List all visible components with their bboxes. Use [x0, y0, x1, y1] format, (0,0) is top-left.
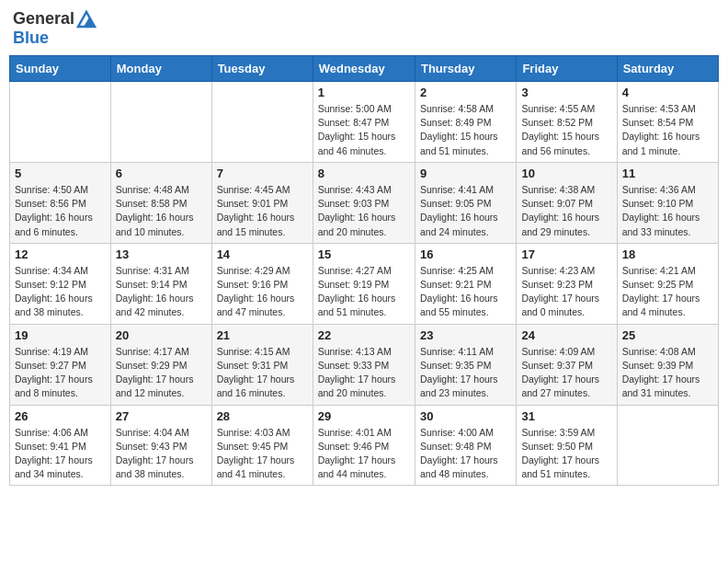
day-info: Sunrise: 4:11 AM Sunset: 9:35 PM Dayligh… — [420, 345, 511, 401]
day-info: Sunrise: 5:00 AM Sunset: 8:47 PM Dayligh… — [318, 102, 410, 158]
calendar-cell: 20Sunrise: 4:17 AM Sunset: 9:29 PM Dayli… — [110, 324, 211, 405]
day-info: Sunrise: 4:53 AM Sunset: 8:54 PM Dayligh… — [622, 102, 713, 158]
day-number: 6 — [116, 167, 207, 180]
day-of-week-header: Monday — [110, 56, 211, 82]
calendar-cell: 19Sunrise: 4:19 AM Sunset: 9:27 PM Dayli… — [10, 324, 111, 405]
day-info: Sunrise: 4:04 AM Sunset: 9:43 PM Dayligh… — [116, 426, 207, 482]
day-info: Sunrise: 4:48 AM Sunset: 8:58 PM Dayligh… — [116, 183, 207, 239]
day-number: 11 — [622, 167, 713, 180]
calendar-cell: 29Sunrise: 4:01 AM Sunset: 9:46 PM Dayli… — [313, 405, 415, 486]
day-number: 19 — [15, 328, 106, 342]
day-number: 25 — [622, 328, 713, 342]
day-number: 10 — [521, 167, 611, 180]
day-number: 4 — [622, 86, 713, 99]
day-of-week-header: Saturday — [617, 56, 718, 82]
calendar-cell: 30Sunrise: 4:00 AM Sunset: 9:48 PM Dayli… — [415, 405, 516, 486]
day-number: 17 — [521, 247, 611, 261]
calendar-cell: 25Sunrise: 4:08 AM Sunset: 9:39 PM Dayli… — [617, 324, 718, 405]
day-number: 16 — [420, 247, 511, 261]
page-header: General Blue — [9, 9, 719, 48]
day-number: 21 — [217, 328, 308, 342]
day-info: Sunrise: 4:00 AM Sunset: 9:48 PM Dayligh… — [420, 426, 511, 482]
calendar-cell: 22Sunrise: 4:13 AM Sunset: 9:33 PM Dayli… — [313, 324, 415, 405]
calendar-week-row: 5Sunrise: 4:50 AM Sunset: 8:56 PM Daylig… — [10, 162, 719, 243]
day-number: 26 — [15, 409, 106, 423]
calendar-cell: 9Sunrise: 4:41 AM Sunset: 9:05 PM Daylig… — [415, 162, 516, 243]
calendar-cell: 2Sunrise: 4:58 AM Sunset: 8:49 PM Daylig… — [415, 82, 516, 163]
day-info: Sunrise: 4:36 AM Sunset: 9:10 PM Dayligh… — [622, 183, 713, 239]
day-info: Sunrise: 4:06 AM Sunset: 9:41 PM Dayligh… — [15, 426, 106, 482]
day-info: Sunrise: 4:50 AM Sunset: 8:56 PM Dayligh… — [15, 183, 106, 239]
day-info: Sunrise: 4:08 AM Sunset: 9:39 PM Dayligh… — [622, 345, 713, 401]
calendar-cell: 5Sunrise: 4:50 AM Sunset: 8:56 PM Daylig… — [10, 162, 111, 243]
calendar-cell: 16Sunrise: 4:25 AM Sunset: 9:21 PM Dayli… — [415, 243, 516, 324]
day-of-week-header: Tuesday — [211, 56, 313, 82]
calendar-cell: 24Sunrise: 4:09 AM Sunset: 9:37 PM Dayli… — [517, 324, 617, 405]
day-info: Sunrise: 4:25 AM Sunset: 9:21 PM Dayligh… — [420, 264, 511, 320]
calendar-cell: 21Sunrise: 4:15 AM Sunset: 9:31 PM Dayli… — [211, 324, 313, 405]
calendar-cell: 13Sunrise: 4:31 AM Sunset: 9:14 PM Dayli… — [110, 243, 211, 324]
day-number: 15 — [318, 247, 410, 261]
calendar-cell: 18Sunrise: 4:21 AM Sunset: 9:25 PM Dayli… — [617, 243, 718, 324]
calendar-week-row: 12Sunrise: 4:34 AM Sunset: 9:12 PM Dayli… — [10, 243, 719, 324]
day-number: 3 — [521, 86, 611, 99]
calendar-cell — [211, 82, 313, 163]
calendar-week-row: 19Sunrise: 4:19 AM Sunset: 9:27 PM Dayli… — [10, 324, 719, 405]
day-info: Sunrise: 4:34 AM Sunset: 9:12 PM Dayligh… — [15, 264, 106, 320]
logo-general-text: General — [13, 9, 74, 29]
calendar-cell — [110, 82, 211, 163]
day-number: 28 — [217, 409, 308, 423]
day-number: 13 — [116, 247, 207, 261]
day-info: Sunrise: 4:13 AM Sunset: 9:33 PM Dayligh… — [318, 345, 410, 401]
calendar-cell — [617, 405, 718, 486]
day-number: 31 — [521, 409, 611, 423]
day-info: Sunrise: 4:03 AM Sunset: 9:45 PM Dayligh… — [217, 426, 308, 482]
calendar-cell — [10, 82, 111, 163]
logo-blue-text: Blue — [13, 29, 97, 48]
day-number: 23 — [420, 328, 511, 342]
calendar-cell: 12Sunrise: 4:34 AM Sunset: 9:12 PM Dayli… — [10, 243, 111, 324]
day-info: Sunrise: 4:38 AM Sunset: 9:07 PM Dayligh… — [521, 183, 611, 239]
day-number: 7 — [217, 167, 308, 180]
calendar-table: SundayMondayTuesdayWednesdayThursdayFrid… — [9, 55, 719, 486]
day-info: Sunrise: 4:45 AM Sunset: 9:01 PM Dayligh… — [217, 183, 308, 239]
calendar-cell: 31Sunrise: 3:59 AM Sunset: 9:50 PM Dayli… — [517, 405, 617, 486]
day-info: Sunrise: 4:55 AM Sunset: 8:52 PM Dayligh… — [521, 102, 611, 158]
day-info: Sunrise: 4:31 AM Sunset: 9:14 PM Dayligh… — [116, 264, 207, 320]
day-info: Sunrise: 4:17 AM Sunset: 9:29 PM Dayligh… — [116, 345, 207, 401]
day-info: Sunrise: 4:15 AM Sunset: 9:31 PM Dayligh… — [217, 345, 308, 401]
day-info: Sunrise: 4:43 AM Sunset: 9:03 PM Dayligh… — [318, 183, 410, 239]
calendar-cell: 7Sunrise: 4:45 AM Sunset: 9:01 PM Daylig… — [211, 162, 313, 243]
day-number: 20 — [116, 328, 207, 342]
day-info: Sunrise: 4:01 AM Sunset: 9:46 PM Dayligh… — [318, 426, 410, 482]
day-number: 5 — [15, 167, 106, 180]
calendar-cell: 4Sunrise: 4:53 AM Sunset: 8:54 PM Daylig… — [617, 82, 718, 163]
calendar-cell: 11Sunrise: 4:36 AM Sunset: 9:10 PM Dayli… — [617, 162, 718, 243]
calendar-cell: 14Sunrise: 4:29 AM Sunset: 9:16 PM Dayli… — [211, 243, 313, 324]
day-info: Sunrise: 4:29 AM Sunset: 9:16 PM Dayligh… — [217, 264, 308, 320]
calendar-header-row: SundayMondayTuesdayWednesdayThursdayFrid… — [10, 56, 719, 82]
day-of-week-header: Sunday — [10, 56, 111, 82]
day-of-week-header: Wednesday — [313, 56, 415, 82]
day-number: 1 — [318, 86, 410, 99]
day-info: Sunrise: 4:21 AM Sunset: 9:25 PM Dayligh… — [622, 264, 713, 320]
calendar-cell: 10Sunrise: 4:38 AM Sunset: 9:07 PM Dayli… — [517, 162, 617, 243]
day-info: Sunrise: 4:23 AM Sunset: 9:23 PM Dayligh… — [521, 264, 611, 320]
calendar-cell: 28Sunrise: 4:03 AM Sunset: 9:45 PM Dayli… — [211, 405, 313, 486]
day-number: 29 — [318, 409, 410, 423]
calendar-cell: 17Sunrise: 4:23 AM Sunset: 9:23 PM Dayli… — [517, 243, 617, 324]
day-number: 12 — [15, 247, 106, 261]
day-info: Sunrise: 4:58 AM Sunset: 8:49 PM Dayligh… — [420, 102, 511, 158]
calendar-week-row: 1Sunrise: 5:00 AM Sunset: 8:47 PM Daylig… — [10, 82, 719, 163]
day-info: Sunrise: 4:19 AM Sunset: 9:27 PM Dayligh… — [15, 345, 106, 401]
day-number: 14 — [217, 247, 308, 261]
day-info: Sunrise: 4:41 AM Sunset: 9:05 PM Dayligh… — [420, 183, 511, 239]
logo-icon — [76, 10, 97, 29]
calendar-cell: 23Sunrise: 4:11 AM Sunset: 9:35 PM Dayli… — [415, 324, 516, 405]
day-of-week-header: Thursday — [415, 56, 516, 82]
calendar-week-row: 26Sunrise: 4:06 AM Sunset: 9:41 PM Dayli… — [10, 405, 719, 486]
calendar-cell: 15Sunrise: 4:27 AM Sunset: 9:19 PM Dayli… — [313, 243, 415, 324]
calendar-cell: 26Sunrise: 4:06 AM Sunset: 9:41 PM Dayli… — [10, 405, 111, 486]
day-info: Sunrise: 4:09 AM Sunset: 9:37 PM Dayligh… — [521, 345, 611, 401]
logo: General Blue — [13, 9, 97, 48]
